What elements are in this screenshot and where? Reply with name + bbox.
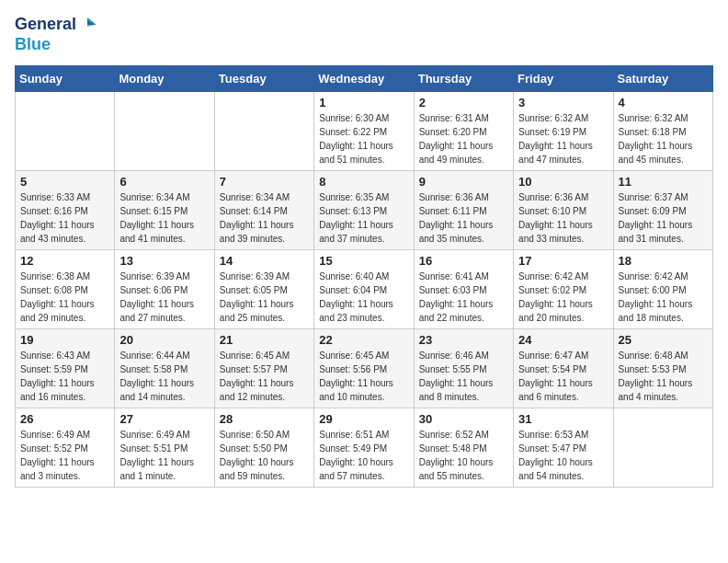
calendar-cell: 6Sunrise: 6:34 AMSunset: 6:15 PMDaylight… <box>115 171 214 250</box>
day-info: Sunrise: 6:52 AMSunset: 5:48 PMDaylight:… <box>419 428 508 483</box>
calendar-cell <box>115 92 214 171</box>
calendar-cell: 2Sunrise: 6:31 AMSunset: 6:20 PMDaylight… <box>414 92 513 171</box>
calendar-cell: 24Sunrise: 6:47 AMSunset: 5:54 PMDayligh… <box>514 329 613 408</box>
day-info: Sunrise: 6:53 AMSunset: 5:47 PMDaylight:… <box>518 428 608 483</box>
calendar-cell: 11Sunrise: 6:37 AMSunset: 6:09 PMDayligh… <box>613 171 712 250</box>
calendar-cell: 31Sunrise: 6:53 AMSunset: 5:47 PMDayligh… <box>514 408 613 488</box>
day-info: Sunrise: 6:50 AMSunset: 5:50 PMDaylight:… <box>220 428 309 483</box>
weekday-header-wednesday: Wednesday <box>314 66 414 92</box>
day-info: Sunrise: 6:33 AMSunset: 6:16 PMDaylight:… <box>20 190 109 246</box>
page-header: General Blue <box>15 15 713 54</box>
calendar-week-row: 19Sunrise: 6:43 AMSunset: 5:59 PMDayligh… <box>16 329 713 408</box>
calendar-cell: 10Sunrise: 6:36 AMSunset: 6:10 PMDayligh… <box>514 171 613 250</box>
day-info: Sunrise: 6:45 AMSunset: 5:56 PMDaylight:… <box>319 349 408 404</box>
day-info: Sunrise: 6:49 AMSunset: 5:51 PMDaylight:… <box>119 428 209 483</box>
logo-blue: Blue <box>15 35 51 55</box>
weekday-header-thursday: Thursday <box>414 66 513 92</box>
day-info: Sunrise: 6:49 AMSunset: 5:52 PMDaylight:… <box>20 428 109 483</box>
calendar-cell: 7Sunrise: 6:34 AMSunset: 6:14 PMDaylight… <box>214 171 313 250</box>
day-number: 1 <box>319 96 408 109</box>
day-info: Sunrise: 6:30 AMSunset: 6:22 PMDaylight:… <box>319 111 408 167</box>
day-number: 26 <box>20 412 109 426</box>
day-info: Sunrise: 6:44 AMSunset: 5:58 PMDaylight:… <box>119 349 209 404</box>
day-info: Sunrise: 6:32 AMSunset: 6:19 PMDaylight:… <box>518 111 608 167</box>
day-number: 9 <box>419 175 508 189</box>
calendar-cell: 1Sunrise: 6:30 AMSunset: 6:22 PMDaylight… <box>314 92 414 171</box>
calendar-cell: 18Sunrise: 6:42 AMSunset: 6:00 PMDayligh… <box>613 250 712 329</box>
calendar-cell: 26Sunrise: 6:49 AMSunset: 5:52 PMDayligh… <box>16 408 115 488</box>
day-info: Sunrise: 6:46 AMSunset: 5:55 PMDaylight:… <box>419 349 508 404</box>
day-number: 6 <box>119 175 209 189</box>
day-number: 13 <box>119 254 209 268</box>
day-info: Sunrise: 6:48 AMSunset: 5:53 PMDaylight:… <box>619 349 708 404</box>
day-number: 17 <box>518 254 608 268</box>
calendar-cell <box>16 92 115 171</box>
day-info: Sunrise: 6:32 AMSunset: 6:18 PMDaylight:… <box>619 111 708 167</box>
day-number: 22 <box>319 333 408 347</box>
weekday-header-friday: Friday <box>514 66 613 92</box>
day-info: Sunrise: 6:36 AMSunset: 6:10 PMDaylight:… <box>518 190 608 246</box>
day-number: 3 <box>518 96 608 109</box>
calendar-cell: 5Sunrise: 6:33 AMSunset: 6:16 PMDaylight… <box>16 171 115 250</box>
calendar-cell: 12Sunrise: 6:38 AMSunset: 6:08 PMDayligh… <box>16 250 115 329</box>
day-number: 4 <box>619 96 708 109</box>
calendar-cell: 15Sunrise: 6:40 AMSunset: 6:04 PMDayligh… <box>314 250 414 329</box>
calendar-cell: 3Sunrise: 6:32 AMSunset: 6:19 PMDaylight… <box>514 92 613 171</box>
calendar-cell: 30Sunrise: 6:52 AMSunset: 5:48 PMDayligh… <box>414 408 513 488</box>
day-info: Sunrise: 6:41 AMSunset: 6:03 PMDaylight:… <box>419 270 508 325</box>
day-info: Sunrise: 6:37 AMSunset: 6:09 PMDaylight:… <box>619 190 708 246</box>
calendar-cell: 28Sunrise: 6:50 AMSunset: 5:50 PMDayligh… <box>214 408 313 488</box>
calendar-week-row: 26Sunrise: 6:49 AMSunset: 5:52 PMDayligh… <box>16 408 713 488</box>
weekday-header-sunday: Sunday <box>16 66 115 92</box>
day-info: Sunrise: 6:31 AMSunset: 6:20 PMDaylight:… <box>419 111 508 167</box>
calendar-cell <box>613 408 712 488</box>
weekday-header-tuesday: Tuesday <box>214 66 313 92</box>
day-info: Sunrise: 6:39 AMSunset: 6:06 PMDaylight:… <box>119 270 209 325</box>
logo-bird-icon <box>78 16 97 34</box>
calendar-header-row: SundayMondayTuesdayWednesdayThursdayFrid… <box>16 66 713 92</box>
calendar-cell: 20Sunrise: 6:44 AMSunset: 5:58 PMDayligh… <box>115 329 214 408</box>
day-number: 21 <box>220 333 309 347</box>
day-number: 11 <box>619 175 708 189</box>
day-number: 15 <box>319 254 408 268</box>
calendar-cell <box>214 92 313 171</box>
day-number: 10 <box>518 175 608 189</box>
calendar-cell: 8Sunrise: 6:35 AMSunset: 6:13 PMDaylight… <box>314 171 414 250</box>
weekday-header-monday: Monday <box>115 66 214 92</box>
day-number: 16 <box>419 254 508 268</box>
day-number: 2 <box>419 96 508 109</box>
calendar-table: SundayMondayTuesdayWednesdayThursdayFrid… <box>15 65 713 488</box>
calendar-cell: 9Sunrise: 6:36 AMSunset: 6:11 PMDaylight… <box>414 171 513 250</box>
calendar-cell: 13Sunrise: 6:39 AMSunset: 6:06 PMDayligh… <box>115 250 214 329</box>
calendar-cell: 19Sunrise: 6:43 AMSunset: 5:59 PMDayligh… <box>16 329 115 408</box>
day-number: 28 <box>220 412 309 426</box>
day-info: Sunrise: 6:36 AMSunset: 6:11 PMDaylight:… <box>419 190 508 246</box>
day-info: Sunrise: 6:34 AMSunset: 6:15 PMDaylight:… <box>119 190 209 246</box>
day-number: 12 <box>20 254 109 268</box>
day-info: Sunrise: 6:39 AMSunset: 6:05 PMDaylight:… <box>220 270 309 325</box>
weekday-header-saturday: Saturday <box>613 66 712 92</box>
day-number: 27 <box>119 412 209 426</box>
calendar-cell: 4Sunrise: 6:32 AMSunset: 6:18 PMDaylight… <box>613 92 712 171</box>
day-number: 18 <box>619 254 708 268</box>
day-number: 20 <box>119 333 209 347</box>
calendar-cell: 29Sunrise: 6:51 AMSunset: 5:49 PMDayligh… <box>314 408 414 488</box>
calendar-cell: 21Sunrise: 6:45 AMSunset: 5:57 PMDayligh… <box>214 329 313 408</box>
calendar-cell: 27Sunrise: 6:49 AMSunset: 5:51 PMDayligh… <box>115 408 214 488</box>
calendar-cell: 16Sunrise: 6:41 AMSunset: 6:03 PMDayligh… <box>414 250 513 329</box>
day-info: Sunrise: 6:34 AMSunset: 6:14 PMDaylight:… <box>220 190 309 246</box>
calendar-cell: 25Sunrise: 6:48 AMSunset: 5:53 PMDayligh… <box>613 329 712 408</box>
day-number: 29 <box>319 412 408 426</box>
day-number: 23 <box>419 333 508 347</box>
day-number: 31 <box>518 412 608 426</box>
day-number: 5 <box>20 175 109 189</box>
logo-container: General Blue <box>15 15 97 54</box>
day-number: 8 <box>319 175 408 189</box>
day-info: Sunrise: 6:51 AMSunset: 5:49 PMDaylight:… <box>319 428 408 483</box>
calendar-week-row: 5Sunrise: 6:33 AMSunset: 6:16 PMDaylight… <box>16 171 713 250</box>
calendar-cell: 23Sunrise: 6:46 AMSunset: 5:55 PMDayligh… <box>414 329 513 408</box>
day-info: Sunrise: 6:42 AMSunset: 6:02 PMDaylight:… <box>518 270 608 325</box>
day-number: 25 <box>619 333 708 347</box>
calendar-cell: 22Sunrise: 6:45 AMSunset: 5:56 PMDayligh… <box>314 329 414 408</box>
day-number: 30 <box>419 412 508 426</box>
